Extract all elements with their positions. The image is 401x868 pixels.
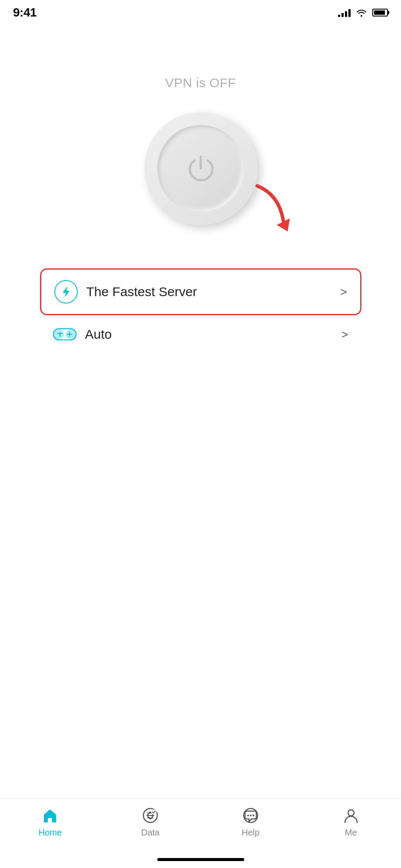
svg-point-14: [247, 815, 249, 816]
status-icons: [338, 8, 388, 17]
tab-bar: Home Data: [0, 799, 401, 868]
me-icon: [341, 806, 361, 825]
tab-me-label: Me: [345, 828, 357, 838]
tab-data-label: Data: [141, 828, 159, 838]
tab-home-label: Home: [39, 828, 62, 838]
wifi-icon: [356, 8, 367, 17]
auto-chevron: >: [341, 328, 348, 341]
lightning-icon: [60, 286, 72, 298]
fastest-server-chevron: >: [340, 285, 347, 299]
server-section: The Fastest Server > Auto >: [31, 268, 370, 352]
svg-point-15: [250, 815, 252, 816]
signal-bars-icon: [338, 8, 351, 17]
fastest-server-icon-circle: [54, 280, 78, 304]
power-icon: [186, 153, 216, 184]
tab-help[interactable]: Help: [229, 806, 272, 838]
tab-help-label: Help: [242, 828, 259, 838]
tab-home[interactable]: Home: [28, 806, 72, 838]
fastest-server-row[interactable]: The Fastest Server >: [40, 268, 361, 315]
home-bar: [157, 858, 244, 861]
battery-icon: [372, 9, 388, 17]
status-time: 9:41: [13, 6, 36, 20]
main-content: VPN is OFF The Fastest Server: [0, 23, 401, 352]
tab-me[interactable]: Me: [329, 806, 373, 838]
help-icon: [241, 806, 260, 825]
auto-icon: [53, 328, 76, 340]
power-button-container: [144, 112, 257, 225]
power-button[interactable]: [144, 112, 257, 225]
red-arrow: [244, 182, 296, 238]
svg-point-16: [252, 815, 254, 816]
tab-data[interactable]: Data: [129, 806, 172, 838]
vpn-status-label: VPN is OFF: [165, 76, 236, 90]
svg-point-17: [348, 810, 354, 816]
auto-protocol-icon: [53, 328, 76, 340]
home-icon: [40, 806, 60, 825]
status-bar: 9:41: [0, 0, 401, 23]
auto-row[interactable]: Auto >: [40, 317, 361, 352]
data-icon: [141, 806, 160, 825]
auto-label: Auto: [85, 327, 342, 342]
svg-rect-2: [54, 330, 64, 339]
fastest-server-label: The Fastest Server: [86, 284, 341, 299]
